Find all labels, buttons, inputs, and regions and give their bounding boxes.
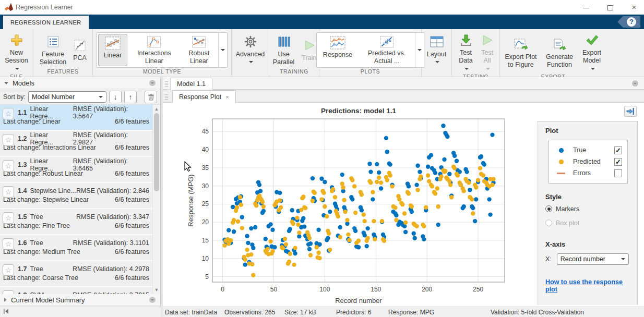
layout-button[interactable]: Layout bbox=[424, 33, 449, 67]
tab-model-1-1[interactable]: Model 1.1 bbox=[170, 78, 212, 90]
favorite-star-icon[interactable]: ☆ bbox=[3, 238, 14, 250]
model-list-scrollbar[interactable]: ▲ ▼ bbox=[152, 105, 160, 294]
tab-bar-menu-icon[interactable] bbox=[631, 80, 639, 87]
model-list-item[interactable]: ☆1.6TreeRMSE (Validation): 3.1101Last ch… bbox=[0, 235, 152, 260]
use-parallel-button[interactable]: Use Parallel bbox=[269, 33, 299, 67]
model-list-item[interactable]: ☆1.5TreeRMSE (Validation): 3.347Last cha… bbox=[0, 209, 152, 234]
title-bar: Regression Learner × bbox=[0, 0, 644, 15]
style-section: Style MarkersBox plot bbox=[545, 193, 630, 229]
mouse-cursor bbox=[184, 161, 192, 173]
status-observations: Observations: 265 bbox=[224, 309, 275, 316]
export-plot-to-figure-button[interactable]: Export Plot to Figure bbox=[500, 35, 541, 70]
svg-text:150: 150 bbox=[371, 286, 381, 293]
close-tab-icon[interactable]: × bbox=[225, 94, 229, 100]
chevron-down-icon bbox=[249, 61, 253, 63]
legend-label: True bbox=[573, 147, 609, 154]
advanced-label: Advanced bbox=[236, 51, 265, 58]
test-data-button[interactable]: Test Data bbox=[455, 31, 477, 74]
x-variable-dropdown[interactable]: Record number bbox=[557, 253, 629, 265]
svg-text:Predictions: model 1.1: Predictions: model 1.1 bbox=[321, 107, 397, 115]
scroll-down-icon[interactable]: ▼ bbox=[153, 286, 160, 294]
model-list: ☆1.1Linear Regre...RMSE (Validation): 3.… bbox=[0, 105, 160, 294]
plus-icon bbox=[10, 32, 23, 48]
response-plot-chart[interactable]: 05010015020025051015202530354045Predicti… bbox=[163, 103, 536, 307]
chevron-down-icon bbox=[621, 258, 625, 260]
model-list-item[interactable]: ☆1.8SVMRMSE (Validation): 3.7015 bbox=[0, 287, 152, 294]
legend-checkbox[interactable] bbox=[614, 169, 622, 177]
model-last-change: Last change: Interactions Linear bbox=[3, 144, 96, 151]
favorite-star-icon[interactable]: ☆ bbox=[3, 264, 14, 276]
panel-menu-icon[interactable] bbox=[149, 296, 156, 303]
model-features: 6/6 features bbox=[115, 196, 149, 203]
sort-by-value: Model Number bbox=[32, 93, 75, 101]
legend-checkbox[interactable]: ✓ bbox=[614, 147, 622, 154]
close-button[interactable]: × bbox=[625, 2, 643, 13]
new-session-button[interactable]: New Session bbox=[2, 31, 30, 74]
sort-by-dropdown[interactable]: Model Number bbox=[28, 91, 106, 103]
favorite-star-icon[interactable]: ☆ bbox=[3, 290, 14, 294]
model-type-gallery-dropdown[interactable] bbox=[218, 33, 227, 67]
svg-text:50: 50 bbox=[270, 286, 278, 293]
export-model-button[interactable]: Export Model bbox=[578, 31, 606, 74]
style-section-title: Style bbox=[545, 193, 630, 201]
current-model-summary-header[interactable]: Current Model Summary bbox=[0, 294, 160, 306]
feature-selection-button[interactable]: Feature Selection bbox=[37, 33, 69, 67]
favorite-star-icon[interactable]: ☆ bbox=[3, 212, 14, 224]
generate-function-label: Generate Function bbox=[545, 53, 574, 69]
figure-tab-label: Response Plot bbox=[179, 93, 221, 101]
pca-button[interactable]: PCA bbox=[70, 36, 89, 63]
plots-gallery: Response Predicted vs. Actual ... bbox=[316, 32, 424, 68]
legend-marker-dot bbox=[559, 160, 564, 164]
model-linear-button[interactable]: Linear bbox=[98, 34, 128, 66]
panel-menu-icon[interactable] bbox=[149, 79, 156, 87]
scroll-up-icon[interactable]: ▲ bbox=[153, 105, 160, 113]
favorite-star-icon[interactable]: ☆ bbox=[3, 108, 14, 119]
models-panel-title: Models bbox=[13, 79, 34, 87]
style-option[interactable]: Markers bbox=[545, 203, 630, 215]
help-icon[interactable]: ? bbox=[627, 17, 636, 27]
model-list-item[interactable]: ☆1.2Linear Regre...RMSE (Validation): 2.… bbox=[0, 131, 152, 156]
favorite-star-icon[interactable]: ☆ bbox=[3, 134, 14, 145]
models-panel-header[interactable]: Models bbox=[0, 77, 160, 89]
advanced-button[interactable]: Advanced bbox=[233, 33, 268, 67]
tab-response-plot[interactable]: Response Plot × bbox=[172, 90, 236, 103]
favorite-star-icon[interactable]: ☆ bbox=[3, 186, 14, 198]
model-list-item[interactable]: ☆1.7TreeRMSE (Validation): 4.2978Last ch… bbox=[0, 261, 152, 286]
scrollbar-thumb[interactable] bbox=[154, 113, 159, 191]
svg-text:15: 15 bbox=[202, 237, 209, 244]
linear-model-icon bbox=[105, 36, 121, 50]
maximize-button[interactable] bbox=[601, 2, 619, 13]
legend-checkbox[interactable]: ✓ bbox=[614, 158, 622, 166]
model-list-item[interactable]: ☆1.4Stepwise Line...RMSE (Validation): 2… bbox=[0, 183, 152, 208]
legend-row: Errors bbox=[554, 167, 622, 179]
xaxis-section: X-axis X: Record number bbox=[545, 240, 630, 265]
chevron-down-icon bbox=[464, 68, 469, 70]
model-id: 1.1 bbox=[18, 109, 27, 116]
collapse-panel-icon[interactable] bbox=[3, 308, 9, 314]
drag-grip-icon[interactable] bbox=[165, 80, 168, 88]
response-plot-help-link[interactable]: How to use the response plot bbox=[545, 278, 630, 293]
model-interactions-linear-button[interactable]: Interactions Linear bbox=[129, 34, 178, 66]
undock-panel-button[interactable] bbox=[624, 106, 637, 117]
trash-icon bbox=[148, 93, 154, 101]
model-list-item[interactable]: ☆1.1Linear Regre...RMSE (Validation): 3.… bbox=[0, 105, 152, 130]
predicted-vs-actual-button[interactable]: Predicted vs. Actual ... bbox=[360, 34, 414, 66]
sort-descending-button[interactable]: ↓ bbox=[109, 91, 122, 103]
sort-ascending-button[interactable]: ↑ bbox=[124, 91, 137, 103]
status-bar: Data set: trainData Observations: 265 Si… bbox=[163, 307, 644, 317]
status-dataset: Data set: trainData bbox=[165, 309, 217, 316]
legend-label: Errors bbox=[573, 169, 609, 177]
delete-model-button[interactable] bbox=[145, 91, 157, 103]
model-id: 1.5 bbox=[18, 213, 27, 221]
model-robust-linear-button[interactable]: Robust Linear bbox=[181, 34, 217, 66]
minimize-button[interactable] bbox=[577, 2, 595, 13]
tab-regression-learner[interactable]: REGRESSION LEARNER bbox=[3, 16, 89, 29]
favorite-star-icon[interactable]: ☆ bbox=[3, 160, 14, 172]
radio-icon[interactable] bbox=[545, 205, 552, 212]
model-list-item[interactable]: ☆1.3Linear Regre...RMSE (Validation): 3.… bbox=[0, 157, 152, 182]
drag-grip-icon[interactable] bbox=[165, 93, 168, 101]
response-plot-button[interactable]: Response bbox=[318, 34, 357, 66]
collapse-triangle-icon bbox=[4, 82, 8, 84]
current-model-summary-title: Current Model Summary bbox=[11, 296, 85, 304]
generate-function-button[interactable]: Generate Function bbox=[542, 35, 577, 70]
